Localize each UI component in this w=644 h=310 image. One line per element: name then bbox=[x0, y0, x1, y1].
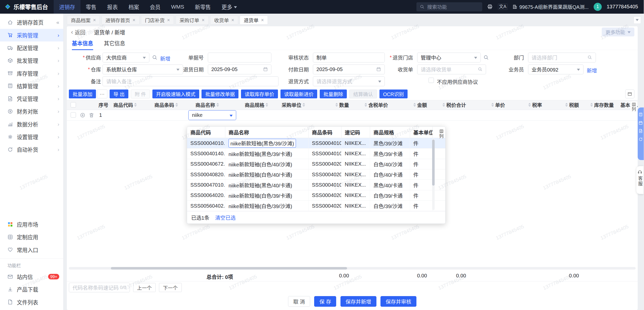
sort-icon[interactable] bbox=[413, 102, 416, 108]
picker-column-settings[interactable]: 列 bbox=[439, 129, 444, 139]
close-icon[interactable]: × bbox=[202, 17, 205, 23]
avatar[interactable]: 1 bbox=[594, 3, 602, 11]
form-subtab[interactable]: 其它信息 bbox=[104, 38, 125, 50]
horizontal-scrollbar[interactable] bbox=[69, 267, 635, 270]
sidebar-item[interactable]: 应用市场 bbox=[0, 218, 63, 231]
cancel-button[interactable]: 取 消 bbox=[288, 296, 310, 307]
sort-icon[interactable] bbox=[590, 102, 593, 108]
sidebar-item[interactable]: 站内信99+ bbox=[0, 270, 63, 283]
topnav-item[interactable]: 零售 bbox=[80, 0, 102, 14]
toolbar-button[interactable]: 附 件 bbox=[131, 90, 150, 99]
delete-row-icon[interactable] bbox=[89, 112, 94, 118]
topnav-item[interactable]: 会员 bbox=[145, 0, 166, 14]
supplier-search-icon[interactable] bbox=[152, 55, 158, 60]
sort-icon[interactable] bbox=[528, 102, 531, 108]
return-date-input[interactable]: 2025-09-05 bbox=[208, 64, 271, 74]
sort-icon[interactable] bbox=[134, 102, 137, 108]
picker-row[interactable]: SSS00040672...niike新款短袖(白色/40/沙滩)SSS0004… bbox=[187, 159, 445, 169]
toolbar-button[interactable]: 开启极速输入模式 bbox=[152, 90, 199, 99]
doc-no-input[interactable] bbox=[208, 53, 271, 62]
sidebar-item[interactable]: 文件列表 bbox=[0, 296, 63, 308]
customer-service-button[interactable]: 客服 bbox=[636, 166, 643, 194]
clear-selection-link[interactable]: 清空已选 bbox=[215, 214, 236, 221]
toolbar-button[interactable]: ··· bbox=[97, 90, 107, 99]
quick-code-input[interactable]: 代码名称条码速记码 0/0 bbox=[69, 283, 130, 293]
sort-icon[interactable] bbox=[442, 102, 445, 108]
grid-header-cell[interactable]: 商品代码 bbox=[110, 100, 151, 109]
view-toggle-button[interactable] bbox=[625, 90, 634, 99]
sort-icon[interactable] bbox=[216, 102, 219, 108]
toolbar-button[interactable]: OCR识别 bbox=[379, 90, 408, 99]
collapse-sidebar-icon[interactable]: « bbox=[56, 19, 59, 25]
topnav-item[interactable]: 更多 bbox=[216, 0, 242, 14]
supplier-select[interactable]: 大供应商 bbox=[103, 53, 149, 62]
org-selector[interactable]: 99675-A组新界面果蔬版QA测... bbox=[512, 3, 589, 10]
pay-date-input[interactable]: 2025-09-05 bbox=[313, 64, 385, 74]
grid-header-cell[interactable]: 商品规格 bbox=[242, 100, 278, 109]
store-search-icon[interactable] bbox=[483, 55, 489, 60]
toolbar-button[interactable]: 读取最新进价 bbox=[280, 90, 317, 99]
scrollbar-thumb[interactable] bbox=[432, 140, 435, 186]
save-add-button[interactable]: 保存并新增 bbox=[340, 296, 376, 307]
return-store-select[interactable]: 管理中心 bbox=[417, 53, 481, 62]
department-input[interactable]: 请选择部门 bbox=[528, 53, 596, 62]
app-logo[interactable]: 乐檬零售后台 bbox=[0, 3, 54, 11]
picker-header-cell[interactable]: 商品代码 bbox=[187, 127, 225, 138]
picker-row[interactable]: SSS00040820...niike新款短袖(白色/40/卡通)SSS0004… bbox=[187, 169, 445, 180]
sidebar-item[interactable]: 定制应用 bbox=[0, 231, 63, 243]
agreement-checkbox[interactable] bbox=[429, 78, 434, 83]
toolbar-button[interactable]: 导 出 bbox=[110, 90, 128, 99]
grid-header-cell[interactable]: 库存数量 bbox=[582, 100, 617, 109]
sort-icon[interactable] bbox=[565, 102, 568, 108]
picker-header-cell[interactable]: 速记码 bbox=[341, 127, 370, 138]
select-all-checkbox[interactable] bbox=[71, 102, 76, 107]
sidebar-item[interactable]: 配送管理› bbox=[0, 41, 63, 54]
tab-item[interactable]: 商品档案× bbox=[67, 16, 100, 25]
remark-input[interactable]: 请输入备注 bbox=[103, 76, 278, 86]
grid-header-cell[interactable]: 单价 bbox=[469, 100, 508, 109]
back-button[interactable]: ‹ 返回 bbox=[71, 28, 86, 36]
sidebar-item[interactable]: 数据分析› bbox=[0, 118, 63, 130]
form-subtab[interactable]: 基本信息 bbox=[72, 38, 93, 50]
printer-icon[interactable] bbox=[487, 4, 493, 10]
close-icon[interactable]: × bbox=[231, 17, 234, 23]
picker-row[interactable]: SSS00560402...niike新款短袖(白色/39/沙滩)SSS0004… bbox=[187, 201, 445, 211]
close-icon[interactable]: × bbox=[167, 17, 170, 23]
picker-row[interactable]: SSS00064020...niike新款短袖(白色/39/卡通)SSS0004… bbox=[187, 190, 445, 201]
picker-row[interactable]: SSS00040140...niike新款短袖(黑色/39/卡通)SSS0004… bbox=[187, 148, 445, 159]
grid-header-cell[interactable]: 税额 bbox=[545, 100, 582, 109]
sidebar-item[interactable]: 财务对账› bbox=[0, 105, 63, 118]
close-icon[interactable]: × bbox=[93, 17, 96, 23]
topnav-item[interactable]: 进销存 bbox=[54, 0, 80, 14]
sidebar-item[interactable]: 设置管理› bbox=[0, 130, 63, 143]
grid-header-cell[interactable]: 税率 bbox=[508, 100, 545, 109]
tab-item[interactable]: 进销存首页× bbox=[102, 16, 139, 25]
close-icon[interactable]: × bbox=[261, 17, 264, 23]
help-sidebar[interactable] bbox=[638, 107, 644, 160]
receipt-input[interactable]: 请选择收货单 bbox=[417, 64, 486, 74]
sort-icon[interactable] bbox=[335, 102, 338, 108]
sidebar-item[interactable]: 结算管理› bbox=[0, 80, 63, 92]
sidebar-item[interactable]: 批发管理› bbox=[0, 54, 63, 67]
sidebar-item[interactable]: 采购管理› bbox=[0, 29, 63, 41]
grid-header-cell[interactable]: 商品名称 bbox=[192, 100, 242, 109]
tab-item[interactable]: 收货单× bbox=[210, 16, 238, 25]
topnav-item[interactable]: 档案 bbox=[123, 0, 144, 14]
grid-header-cell[interactable]: 金额 bbox=[391, 100, 430, 109]
save-audit-button[interactable]: 保存并审核 bbox=[380, 296, 416, 307]
topnav-item[interactable]: WMS bbox=[166, 0, 190, 14]
user-phone[interactable]: 13777845405 bbox=[607, 4, 638, 10]
sort-icon[interactable] bbox=[491, 102, 494, 108]
next-button[interactable]: 下一个 bbox=[159, 283, 182, 292]
sidebar-item[interactable]: 自动补货› bbox=[0, 143, 63, 156]
toolbar-button[interactable]: 批量添加 bbox=[69, 90, 96, 99]
sidebar-item[interactable]: 常用入口 bbox=[0, 243, 63, 256]
table-row[interactable]: 1 niike bbox=[67, 110, 638, 121]
close-icon[interactable]: × bbox=[133, 17, 135, 23]
grid-header-cell[interactable]: 采购单位 bbox=[278, 100, 315, 109]
picker-row[interactable]: SSS00004010...niike新款短袖(黑色/39/沙滩)SSS0004… bbox=[187, 138, 445, 148]
toolbar-button[interactable]: 批量删除 bbox=[320, 90, 347, 99]
row-checkbox[interactable] bbox=[71, 112, 76, 118]
tab-item[interactable]: 门店补货× bbox=[141, 16, 174, 25]
sidebar-item[interactable]: 库存管理› bbox=[0, 67, 63, 79]
